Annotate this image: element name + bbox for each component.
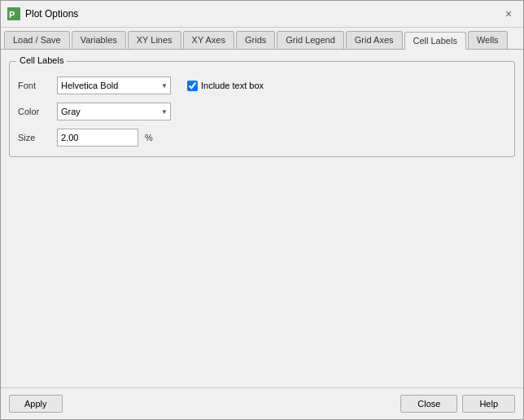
tab-bar: Load / Save Variables XY Lines XY Axes G… [1,28,523,50]
close-button[interactable]: Close [400,395,457,413]
font-select-wrapper: Helvetica Bold Arial Times New Roman Cou… [57,77,171,94]
footer-right-buttons: Close Help [400,395,515,413]
tab-wells[interactable]: Wells [468,31,508,49]
color-select[interactable]: Gray Black White Red Blue Green [57,103,171,120]
tab-xy-lines[interactable]: XY Lines [128,31,181,49]
svg-text:P: P [9,10,15,20]
app-icon: P [7,7,20,20]
tab-variables[interactable]: Variables [72,31,126,49]
size-row: Size % [18,129,506,147]
tab-xy-axes[interactable]: XY Axes [183,31,234,49]
font-select[interactable]: Helvetica Bold Arial Times New Roman Cou… [57,77,171,94]
include-textbox-checkbox[interactable] [187,81,198,91]
size-input[interactable] [57,129,138,147]
group-title: Cell Labels [16,55,67,65]
title-bar: P Plot Options × [1,1,523,28]
font-row: Font Helvetica Bold Arial Times New Roma… [18,77,506,94]
apply-button[interactable]: Apply [9,395,63,413]
close-icon[interactable]: × [500,6,517,22]
color-row: Color Gray Black White Red Blue Green [18,103,506,120]
tab-load-save[interactable]: Load / Save [4,31,70,49]
window-title: Plot Options [25,8,496,20]
cell-labels-group: Cell Labels Font Helvetica Bold Arial Ti… [9,61,515,157]
color-select-wrapper: Gray Black White Red Blue Green [57,103,171,120]
include-textbox-row: Include text box [187,81,264,91]
color-label: Color [18,107,50,116]
help-button[interactable]: Help [462,395,515,413]
tab-cell-labels[interactable]: Cell Labels [404,32,466,50]
size-label: Size [18,133,50,142]
size-unit: % [145,133,153,142]
content-area: Cell Labels Font Helvetica Bold Arial Ti… [1,50,523,387]
tab-grids[interactable]: Grids [236,31,275,49]
tab-grid-legend[interactable]: Grid Legend [277,31,344,49]
font-label: Font [18,81,50,90]
tab-grid-axes[interactable]: Grid Axes [346,31,403,49]
plot-options-window: P Plot Options × Load / Save Variables X… [0,0,524,420]
footer: Apply Close Help [1,387,523,419]
include-textbox-label: Include text box [201,81,264,90]
